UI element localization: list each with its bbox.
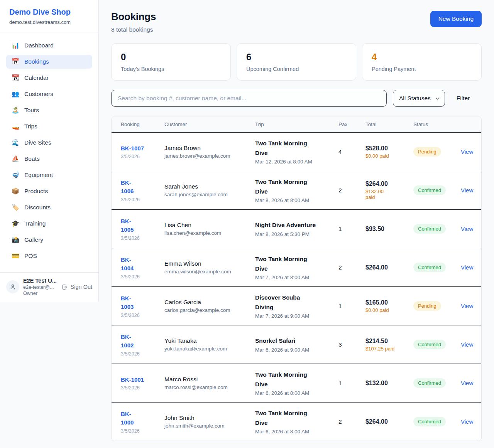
status-cell: Confirmed xyxy=(413,224,461,234)
col-booking: Booking xyxy=(121,121,164,127)
status-badge: Confirmed xyxy=(413,263,446,272)
sidebar-item-tours[interactable]: 🏝️ Tours xyxy=(6,103,92,117)
booking-cell: BK-1001 3/5/2026 xyxy=(121,376,164,391)
trip-datetime: Mar 7, 2026 at 8:00 AM xyxy=(255,275,338,280)
table-row: BK-1004 3/5/2026 Emma Wilson emma.wilson… xyxy=(112,248,481,287)
search-input[interactable] xyxy=(111,90,387,107)
view-link[interactable]: View xyxy=(461,303,473,309)
total-amount: $528.00 xyxy=(365,145,413,152)
customer-name: Lisa Chen xyxy=(164,222,255,229)
gallery-icon: 📸 xyxy=(12,237,19,243)
table-row: BK-1001 3/5/2026 Marco Rossi marco.rossi… xyxy=(112,364,481,403)
user-box: E2E Test U... e2e-tester@... Owner Sign … xyxy=(0,272,98,302)
booking-id-link[interactable]: BK-1005 xyxy=(121,217,140,234)
booking-cell: BK-1004 3/5/2026 xyxy=(121,256,164,280)
main-content: Bookings 8 total bookings New Booking 0 … xyxy=(99,0,494,441)
customer-email: sarah.jones@example.com xyxy=(164,192,255,197)
view-link[interactable]: View xyxy=(461,418,473,425)
trip-cell: Two Tank Morning Dive Mar 7, 2026 at 8:0… xyxy=(255,254,338,280)
pax-cell: 1 xyxy=(338,303,365,310)
customer-email: carlos.garcia@example.com xyxy=(164,307,255,313)
sidebar-item-pos[interactable]: 💳 POS xyxy=(6,249,92,263)
booking-cell: BK-1002 3/5/2026 xyxy=(121,333,164,357)
stat-card: 4 Pending Payment xyxy=(362,43,482,81)
sidebar-item-label: Boats xyxy=(24,155,40,162)
view-link[interactable]: View xyxy=(461,187,473,194)
sidebar-item-bookings[interactable]: 📅 Bookings xyxy=(6,55,92,69)
sidebar-item-label: Discounts xyxy=(24,204,51,211)
sidebar-item-dashboard[interactable]: 📊 Dashboard xyxy=(6,39,92,52)
view-link[interactable]: View xyxy=(461,226,473,232)
customer-name: John Smith xyxy=(164,414,255,421)
status-badge: Pending xyxy=(413,147,441,157)
sidebar-item-boats[interactable]: ⛵ Boats xyxy=(6,152,92,166)
booking-date: 3/5/2026 xyxy=(121,351,164,357)
status-badge: Pending xyxy=(413,301,441,311)
booking-id-link[interactable]: BK-1001 xyxy=(121,376,144,383)
sidebar-item-label: Tours xyxy=(24,107,39,114)
sidebar-item-products[interactable]: 📦 Products xyxy=(6,184,92,198)
view-link[interactable]: View xyxy=(461,148,473,155)
table-row: BK-1002 3/5/2026 Yuki Tanaka yuki.tanaka… xyxy=(112,325,481,364)
col-pax: Pax xyxy=(338,121,365,127)
sidebar-item-discounts[interactable]: 🏷️ Discounts xyxy=(6,200,92,214)
trip-datetime: Mar 12, 2026 at 8:00 AM xyxy=(255,159,338,165)
customer-name: Carlos Garcia xyxy=(164,299,255,306)
tours-icon: 🏝️ xyxy=(12,107,19,113)
booking-cell: BK-1003 3/5/2026 xyxy=(121,294,164,318)
booking-id-link[interactable]: BK-1003 xyxy=(121,294,140,312)
sidebar-item-gallery[interactable]: 📸 Gallery xyxy=(6,233,92,247)
sidebar-item-dive-sites[interactable]: 🌊 Dive Sites xyxy=(6,136,92,150)
equipment-icon: 🤿 xyxy=(12,172,19,178)
table-row: BK-1003 3/5/2026 Carlos Garcia carlos.ga… xyxy=(112,287,481,325)
sign-out-button[interactable]: Sign Out xyxy=(61,284,92,290)
total-amount: $93.50 xyxy=(365,226,413,232)
bookings-icon: 📅 xyxy=(12,59,19,65)
view-link[interactable]: View xyxy=(461,380,473,386)
customer-email: lisa.chen@example.com xyxy=(164,230,255,236)
total-cell: $214.50 $107.25 paid xyxy=(365,338,413,352)
pax-cell: 2 xyxy=(338,418,365,425)
sidebar-item-customers[interactable]: 👥 Customers xyxy=(6,87,92,101)
customer-email: yuki.tanaka@example.com xyxy=(164,346,255,352)
sidebar-item-calendar[interactable]: 📆 Calendar xyxy=(6,71,92,85)
calendar-icon: 📆 xyxy=(12,75,19,81)
booking-id-link[interactable]: BK-1006 xyxy=(121,179,140,196)
stat-label: Upcoming Confirmed xyxy=(246,66,347,72)
sidebar-item-equipment[interactable]: 🤿 Equipment xyxy=(6,168,92,182)
trip-datetime: Mar 6, 2026 at 9:00 AM xyxy=(255,347,338,353)
status-filter-select[interactable]: All Statuses xyxy=(393,90,445,107)
col-trip: Trip xyxy=(255,121,338,127)
table-row: BK-1005 3/5/2026 Lisa Chen lisa.chen@exa… xyxy=(112,210,481,248)
view-link[interactable]: View xyxy=(461,264,473,271)
trip-name: Two Tank Morning Dive xyxy=(255,139,318,157)
booking-id-link[interactable]: BK-1000 xyxy=(121,410,140,427)
view-link[interactable]: View xyxy=(461,341,473,348)
sidebar-item-training[interactable]: 🎓 Training xyxy=(6,217,92,231)
sidebar-item-trips[interactable]: 🚤 Trips xyxy=(6,120,92,133)
avatar xyxy=(6,280,19,293)
col-customer: Customer xyxy=(164,121,255,127)
customer-email: james.brown@example.com xyxy=(164,153,255,159)
booking-id-link[interactable]: BK-1002 xyxy=(121,333,140,350)
filter-button[interactable]: Filter xyxy=(451,95,475,102)
trip-cell: Two Tank Morning Dive Mar 12, 2026 at 8:… xyxy=(255,139,338,164)
trip-name: Two Tank Morning Dive xyxy=(255,409,318,427)
stat-label: Pending Payment xyxy=(372,66,472,72)
table-row: BK-1000 3/5/2026 John Smith john.smith@e… xyxy=(112,403,481,441)
booking-id-link[interactable]: BK-1007 xyxy=(121,145,144,152)
total-cell: $528.00 $0.00 paid xyxy=(365,145,413,159)
brand-logo-link[interactable]: Demo Dive Shop xyxy=(9,8,89,17)
trip-name: Two Tank Morning Dive xyxy=(255,177,318,196)
customer-cell: Yuki Tanaka yuki.tanaka@example.com xyxy=(164,337,255,352)
sidebar: Demo Dive Shop demo.test.divestreams.com… xyxy=(0,0,99,302)
pax-cell: 1 xyxy=(338,226,365,232)
actions-cell: View xyxy=(461,226,473,232)
actions-cell: View xyxy=(461,187,473,194)
sidebar-item-label: POS xyxy=(24,253,37,259)
booking-id-link[interactable]: BK-1004 xyxy=(121,256,140,273)
customer-email: emma.wilson@example.com xyxy=(164,269,255,275)
status-badge: Confirmed xyxy=(413,224,446,234)
new-booking-button[interactable]: New Booking xyxy=(430,11,482,27)
user-email: e2e-tester@... xyxy=(23,285,58,290)
